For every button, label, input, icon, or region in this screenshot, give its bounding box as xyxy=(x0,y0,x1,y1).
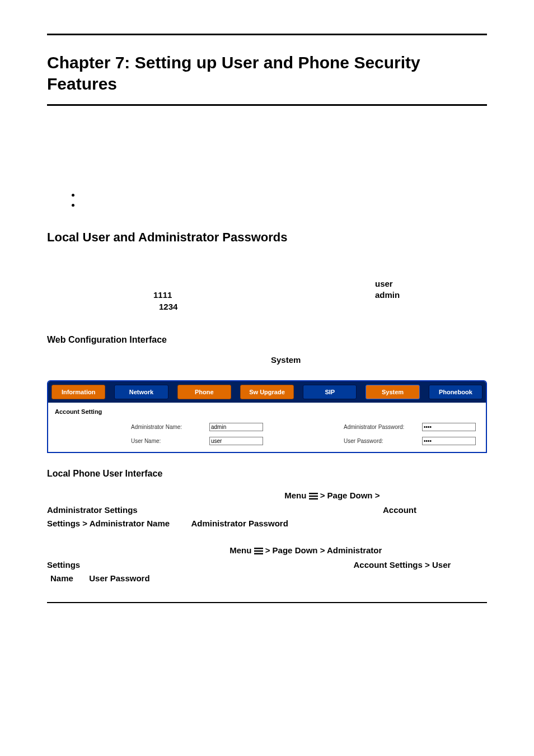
user-password-input[interactable] xyxy=(422,437,476,445)
user-name-input[interactable] xyxy=(209,437,263,445)
top-rule xyxy=(47,34,487,35)
account-label: Account xyxy=(383,505,416,515)
default-admin-password: 1234 xyxy=(159,302,177,311)
local-interface-heading: Local Phone User Interface xyxy=(47,469,487,479)
web-ui-screenshot: Information Network Phone Sw Upgrade SIP… xyxy=(47,380,487,453)
intro-whitespace xyxy=(47,139,487,190)
menu-label-2: Menu xyxy=(229,545,251,555)
hamburger-icon xyxy=(309,490,318,503)
svg-rect-2 xyxy=(309,498,318,499)
svg-rect-4 xyxy=(254,550,263,552)
hamburger-icon xyxy=(254,545,263,558)
user-password-label: User Password: xyxy=(344,438,422,444)
bottom-rule xyxy=(47,602,487,603)
settings-label: Settings xyxy=(47,560,80,570)
settings-admin-name-label: Settings > Administrator Name xyxy=(47,519,170,528)
account-setting-panel: Account Setting Administrator Name: Admi… xyxy=(48,403,486,452)
svg-rect-5 xyxy=(254,553,263,554)
tab-system[interactable]: System xyxy=(366,385,419,399)
user-password-label-path: User Password xyxy=(89,573,149,583)
tab-phonebook[interactable]: Phonebook xyxy=(429,385,483,399)
admin-name-input[interactable] xyxy=(209,423,263,431)
tab-swupgrade[interactable]: Sw Upgrade xyxy=(240,385,294,399)
system-word: System xyxy=(271,355,301,365)
default-user-password: 1111 xyxy=(153,290,172,300)
system-tab-sentence: System xyxy=(47,355,487,365)
menu-path-pagedown-admin: > Page Down > Administrator xyxy=(265,545,382,555)
bullet-item xyxy=(81,190,487,198)
admin-password-input[interactable] xyxy=(422,423,476,431)
tab-sip[interactable]: SIP xyxy=(303,385,357,399)
default-user-label: user xyxy=(375,279,393,288)
svg-rect-1 xyxy=(309,496,318,497)
tab-network[interactable]: Network xyxy=(114,385,168,399)
account-settings-user-label: Account Settings > User xyxy=(354,560,451,570)
user-name-label: User Name: xyxy=(131,438,209,444)
admin-password-label: Administrator Password: xyxy=(344,424,422,430)
tab-information[interactable]: Information xyxy=(51,385,105,399)
svg-rect-3 xyxy=(254,548,263,549)
web-interface-heading: Web Configuration Interface xyxy=(47,335,487,345)
section-heading: Local User and Administrator Passwords xyxy=(47,230,487,245)
menu-label: Menu xyxy=(284,491,306,500)
defaults-paragraph: user 1111 admin 1234 xyxy=(47,278,487,312)
admin-name-label: Administrator Name: xyxy=(131,424,209,430)
admin-settings-label: Administrator Settings xyxy=(47,505,138,515)
account-setting-heading: Account Setting xyxy=(55,408,481,415)
svg-rect-0 xyxy=(309,493,318,494)
under-title-rule xyxy=(47,104,487,106)
name-label: Name xyxy=(50,573,73,583)
default-admin-label: admin xyxy=(375,290,400,300)
tab-phone[interactable]: Phone xyxy=(177,385,231,399)
tab-bar: Information Network Phone Sw Upgrade SIP… xyxy=(48,381,486,403)
admin-menu-path: Menu > Page Down > Administrator Setting… xyxy=(47,489,487,530)
bullet-item xyxy=(81,200,487,208)
user-menu-path: Menu > Page Down > Administrator Setting… xyxy=(47,544,487,585)
menu-path-pagedown: > Page Down > xyxy=(320,491,380,500)
admin-password-label-path: Administrator Password xyxy=(191,519,288,528)
chapter-title: Chapter 7: Setting up User and Phone Sec… xyxy=(47,52,487,94)
intro-bullets xyxy=(81,190,487,208)
